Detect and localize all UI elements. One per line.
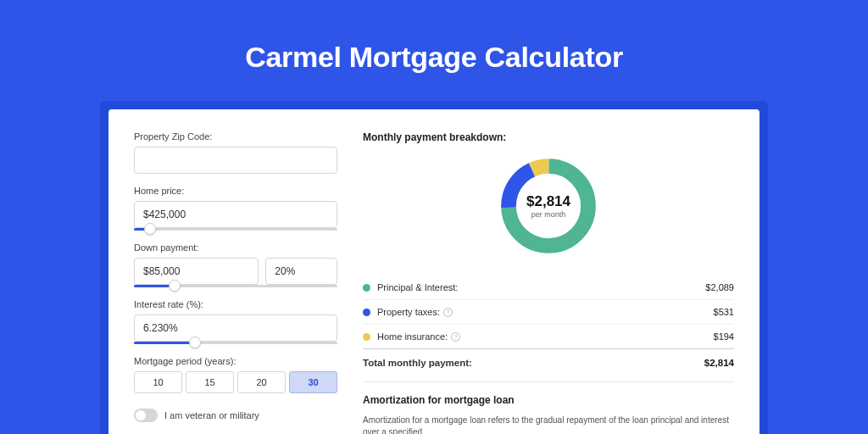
zip-label: Property Zip Code: [134,131,337,142]
breakdown-row: Property taxes:?$531 [363,300,734,325]
breakdown-column: Monthly payment breakdown: $2,814 per mo… [363,131,734,434]
color-dot-icon [363,309,370,316]
color-dot-icon [363,333,370,341]
period-option-20[interactable]: 20 [237,371,286,393]
donut-sub: per month [531,210,566,219]
veteran-toggle[interactable] [134,409,158,422]
down-slider-thumb[interactable] [169,280,181,292]
amortization-box: Amortization for mortgage loan Amortizat… [363,381,734,434]
zip-field-group: Property Zip Code: [134,131,337,174]
zip-input[interactable] [134,147,337,174]
rate-slider-thumb[interactable] [189,337,201,348]
rate-input[interactable] [134,314,337,342]
breakdown-label: Home insurance:? [377,331,714,342]
period-field-group: Mortgage period (years): 10152030 [134,356,337,393]
down-slider[interactable] [134,285,337,287]
price-input[interactable] [134,201,337,228]
donut-chart: $2,814 per month [496,153,601,259]
period-options: 10152030 [134,371,337,393]
breakdown-value: $2,089 [705,282,734,292]
down-percent-input[interactable] [265,258,337,285]
rate-label: Interest rate (%): [134,299,337,309]
period-option-15[interactable]: 15 [186,371,234,393]
info-icon[interactable]: ? [443,308,453,317]
breakdown-label: Property taxes:? [377,307,714,317]
card-backdrop: Property Zip Code: Home price: Down paym… [100,101,768,434]
color-dot-icon [363,284,370,292]
period-label: Mortgage period (years): [134,356,337,366]
down-amount-input[interactable] [134,258,259,285]
price-label: Home price: [134,186,337,196]
breakdown-row: Principal & Interest:$2,089 [363,275,734,300]
down-field-group: Down payment: [134,242,337,287]
form-column: Property Zip Code: Home price: Down paym… [134,131,337,434]
info-icon[interactable]: ? [451,332,460,342]
breakdown-value: $531 [714,307,734,317]
rate-field-group: Interest rate (%): [134,299,337,344]
price-slider-thumb[interactable] [144,223,156,235]
page-title: Carmel Mortgage Calculator [0,0,868,101]
breakdown-title: Monthly payment breakdown: [363,131,734,143]
calculator-card: Property Zip Code: Home price: Down paym… [108,109,760,434]
down-label: Down payment: [134,242,337,253]
breakdown-list: Principal & Interest:$2,089Property taxe… [363,275,734,349]
period-option-10[interactable]: 10 [134,371,182,393]
amortization-text: Amortization for a mortgage loan refers … [363,415,734,434]
breakdown-label: Principal & Interest: [377,282,705,292]
breakdown-value: $194 [714,331,734,342]
period-option-30[interactable]: 30 [289,371,337,393]
donut-value: $2,814 [526,193,570,210]
total-label: Total monthly payment: [363,358,704,368]
rate-slider[interactable] [134,342,337,344]
breakdown-row: Home insurance:?$194 [363,325,734,349]
total-value: $2,814 [704,358,734,368]
toggle-knob [136,410,146,420]
total-row: Total monthly payment: $2,814 [363,349,734,381]
veteran-label: I am veteran or military [164,410,259,420]
veteran-row: I am veteran or military [134,409,337,422]
donut-center: $2,814 per month [496,153,601,259]
amortization-title: Amortization for mortgage loan [363,394,734,406]
price-field-group: Home price: [134,186,337,231]
price-slider[interactable] [134,228,337,231]
donut-wrap: $2,814 per month [363,153,734,259]
